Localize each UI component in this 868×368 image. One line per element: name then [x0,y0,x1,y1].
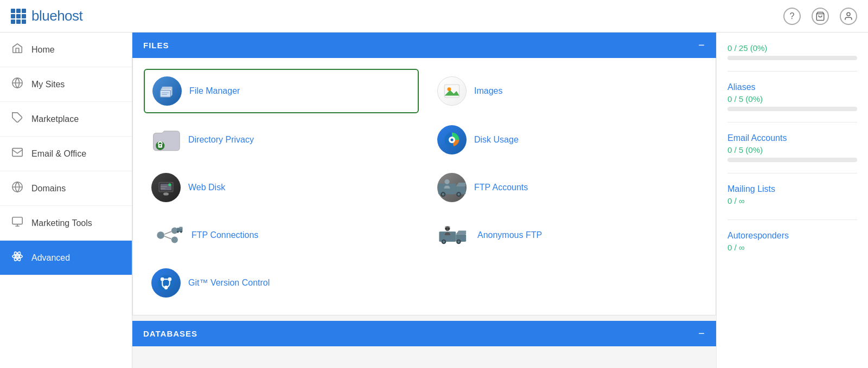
svg-point-40 [171,227,178,234]
email-icon [11,146,24,161]
sidebar-item-email[interactable]: Email & Office [0,137,132,171]
stats-email-value: 0 / 5 (0%) [727,145,857,154]
disk-usage-icon [437,125,467,154]
svg-rect-4 [12,149,22,157]
svg-line-42 [164,231,171,234]
stats-aliases-value: 0 / 5 (0%) [727,94,857,104]
svg-point-41 [171,237,178,243]
web-disk-link[interactable]: Web Disk [188,183,225,192]
directory-privacy-item[interactable]: Directory Privacy [144,119,419,161]
ftp-connections-icon [151,221,184,250]
user-icon[interactable] [840,8,857,25]
header-actions: ? [783,8,857,25]
help-icon[interactable]: ? [783,8,801,25]
stats-email-accounts: Email Accounts 0 / 5 (0%) [727,133,857,173]
sidebar-item-home[interactable]: Home [0,33,132,67]
directory-privacy-icon [151,125,181,154]
anonymous-ftp-item[interactable]: Anonymous FTP [430,214,705,256]
sidebar-item-mysites[interactable]: My Sites [0,67,132,102]
right-panel: 0 / 25 (0%) Aliases 0 / 5 (0%) Email Acc… [716,33,868,368]
svg-rect-6 [12,217,22,224]
databases-section-header: DATABASES − [132,321,716,346]
disk-usage-item[interactable]: Disk Usage [430,119,705,161]
tag-icon [11,112,24,126]
web-disk-item[interactable]: Web Disk [144,166,419,209]
svg-rect-32 [438,184,456,195]
svg-point-47 [180,231,182,233]
svg-rect-13 [160,90,170,97]
sidebar-item-email-label: Email & Office [31,149,86,159]
home-icon [11,42,24,57]
files-collapse-button[interactable]: − [698,39,705,51]
stats-email-bar [727,158,857,162]
stats-usage-value: 0 / 25 (0%) [727,43,857,53]
svg-point-21 [159,145,161,146]
stats-usage: 0 / 25 (0%) [727,43,857,72]
anonymous-ftp-icon [437,221,470,250]
ftp-accounts-link[interactable]: FTP Accounts [474,183,528,192]
svg-point-46 [177,231,178,233]
logo-area: bluehost [11,8,82,24]
svg-point-51 [445,228,447,229]
images-item[interactable]: Images [430,69,705,113]
globe-icon [11,181,24,196]
sidebar-item-marketing-label: Marketing Tools [31,218,92,228]
stats-aliases-label: Aliases [727,82,857,92]
git-icon [151,268,181,298]
git-link[interactable]: Git™ Version Control [188,278,270,288]
file-manager-icon [152,76,182,106]
git-item[interactable]: Git™ Version Control [144,262,419,304]
file-manager-item[interactable]: File Manager [144,69,419,113]
main-layout: Home My Sites Marketplace [0,33,868,368]
sidebar-item-home-label: Home [31,45,55,55]
file-manager-link[interactable]: File Manager [189,86,240,96]
stats-email-label: Email Accounts [727,133,857,143]
svg-point-34 [445,179,450,184]
stats-autoresponders: Autoresponders 0 / ∞ [727,231,857,266]
sidebar-item-domains[interactable]: Domains [0,171,132,206]
stats-mailing-value: 0 / ∞ [727,196,857,205]
stats-usage-bar [727,56,857,60]
sidebar-item-advanced[interactable]: Advanced [0,241,132,275]
svg-point-39 [157,231,164,239]
wordpress-icon [11,77,24,92]
files-grid: File Manager Images [133,58,716,315]
sidebar-item-mysites-label: My Sites [31,80,65,89]
ftp-connections-item[interactable]: FTP Connections [144,214,419,256]
logo-grid-icon [11,9,26,24]
ftp-accounts-item[interactable]: FTP Accounts [430,166,705,209]
svg-point-38 [457,193,460,196]
center-panel: FILES − [132,33,716,368]
sidebar-item-marketplace[interactable]: Marketplace [0,102,132,137]
directory-privacy-link[interactable]: Directory Privacy [188,135,254,145]
ftp-accounts-icon [437,173,467,202]
disk-usage-link[interactable]: Disk Usage [474,135,519,145]
sidebar: Home My Sites Marketplace [0,33,132,368]
atom-icon [11,250,24,265]
files-section-title: FILES [143,41,169,50]
sidebar-item-marketing[interactable]: Marketing Tools [0,206,132,241]
ftp-connections-link[interactable]: FTP Connections [192,230,258,240]
content-main: FILES − [132,33,868,368]
svg-point-28 [163,192,169,195]
anonymous-ftp-link[interactable]: Anonymous FTP [477,230,542,240]
databases-section: DATABASES − [132,321,716,346]
sidebar-item-advanced-label: Advanced [31,253,70,263]
svg-line-43 [164,236,171,239]
svg-point-52 [448,228,450,229]
sidebar-item-domains-label: Domains [31,184,66,193]
stats-aliases: Aliases 0 / 5 (0%) [727,82,857,122]
svg-point-59 [161,277,164,281]
databases-collapse-button[interactable]: − [698,327,705,340]
svg-point-29 [168,183,171,186]
stats-mailing-label: Mailing Lists [727,184,857,194]
files-section-header: FILES − [132,33,716,58]
marketing-icon [11,216,24,230]
svg-point-7 [16,255,18,257]
cart-icon[interactable] [812,8,829,25]
web-disk-icon [151,173,181,202]
images-link[interactable]: Images [474,86,502,96]
stats-auto-label: Autoresponders [727,231,857,241]
svg-point-1 [847,12,850,16]
svg-point-24 [450,138,453,141]
